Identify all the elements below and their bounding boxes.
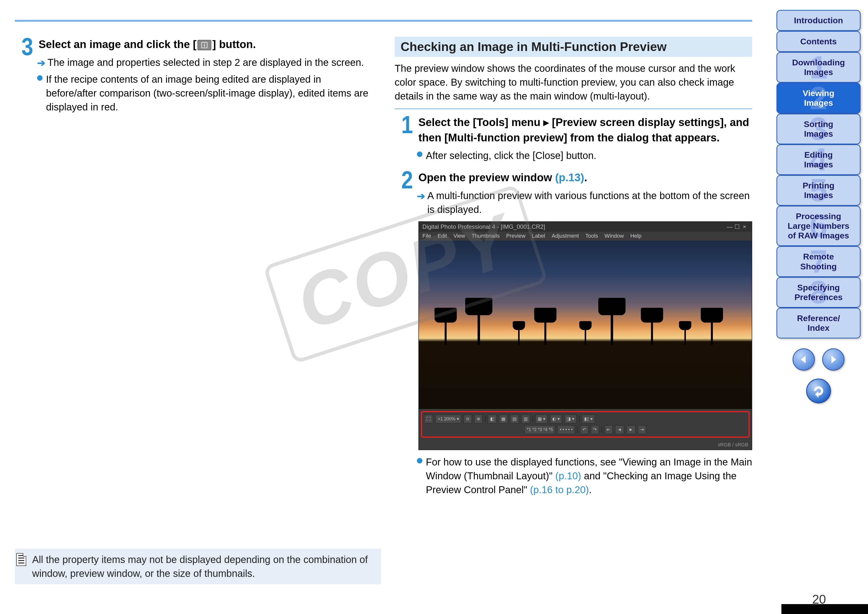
step-1-number: 1 [396,115,413,162]
layout-icon: ▦ [499,415,508,423]
step-1-title: Select the [Tools] menu ▸ [Preview scree… [418,115,752,145]
zoom-in-icon: ⊕ [474,415,482,423]
menu-item: View [453,232,465,240]
nav-label: Processing Large Numbers of RAW Images [780,211,857,240]
menu-item: Tools [586,232,598,240]
svg-rect-1 [204,44,205,44]
nav-processing-large-numbers-of-raw-images[interactable]: 6Processing Large Numbers of RAW Images [777,206,860,246]
black-strip [781,604,868,614]
layout-icon: ▥ [521,415,530,423]
nav-icon: ▮▯ ▾ [582,415,595,423]
nav-viewing-images[interactable]: 2Viewing Images [777,83,860,113]
nav-sorting-images[interactable]: 3Sorting Images [777,113,860,145]
page-link-16-20[interactable]: (p.16 to p.20) [530,484,589,495]
nav-label: Sorting Images [780,119,857,138]
menu-item: Label [532,232,546,240]
nav-label: Contents [780,37,857,46]
step-2-footer: For how to use the displayed functions, … [417,455,752,497]
next-page-button[interactable] [822,348,845,371]
rotate-right-icon: ↷ [591,425,599,434]
return-button[interactable] [806,379,831,403]
next-icon: ⇥ [638,425,646,434]
step-1-bullet-text: After selecting, click the [Close] butto… [426,149,596,162]
step-3-title-prefix: Select an image and click the [ [39,38,197,50]
nav-printing-images[interactable]: 5Printing Images [777,175,860,206]
app-statusbar: sRGB / sRGB [419,440,752,449]
step-2-result-text: A multi-function preview with various fu… [427,189,752,216]
step-2-number: 2 [396,170,413,497]
layout-icon: ▤ [510,415,519,423]
compare-icon: ◐ ▾ [550,415,562,423]
nav-label: Specifying Preferences [780,283,857,302]
preview-window-screenshot: Digital Photo Professional 4 - [IMG_0001… [418,221,752,450]
minimize-icon: — [726,222,733,231]
left-column: 3 Select an image and click the [] butto… [15,37,372,497]
nav-remote-shooting[interactable]: 7Remote Shooting [777,246,860,277]
top-rule [15,20,752,22]
step-2-footer-text: For how to use the displayed functions, … [426,455,752,497]
nav-label: Editing Images [780,150,857,169]
zoom-out-icon: ⊖ [464,415,472,423]
nav-reference-index[interactable]: Reference/ Index [777,308,860,339]
step-2-title-prefix: Open the preview window [418,171,555,183]
layout-icon: ◧ [488,415,497,423]
note-icon [16,553,26,566]
sidebar-nav: IntroductionContents1Downloading Images2… [777,10,860,403]
app-menubar: File Edit View Thumbnails Preview Label … [419,232,752,241]
info-icon [197,40,211,50]
menu-item: File [422,232,431,240]
prev-page-button[interactable] [792,348,815,371]
bullet-icon [417,152,422,157]
colorspace-status: sRGB / sRGB [718,441,748,448]
fit-icon: ⛶ [424,415,433,423]
menu-item: Adjustment [552,232,579,240]
nav-introduction[interactable]: Introduction [777,10,860,31]
footer-text-end: . [589,484,592,495]
histogram-icon: ◨ ▾ [564,415,577,423]
nav-contents[interactable]: Contents [777,31,860,52]
page-link-10[interactable]: (p.10) [555,470,581,481]
nav-label: Printing Images [780,181,857,200]
step-3-result: ➔ The image and properties selected in s… [37,56,372,70]
play-fwd-icon: ► [626,425,636,434]
step-3-title-suffix: ] button. [212,38,256,50]
step-2: 2 Open the preview window (p.13). ➔ A mu… [395,170,752,497]
step-3-note-text: If the recipe contents of an image being… [46,72,372,114]
page-link-13[interactable]: (p.13) [555,171,584,183]
window-buttons: —☐× [726,222,748,231]
svg-rect-2 [204,45,205,47]
menu-item: Edit [437,232,447,240]
step-3-number: 3 [16,37,33,114]
section-intro: The preview window shows the coordinates… [395,61,752,103]
nav-label: Viewing Images [780,89,857,108]
nav-label: Remote Shooting [780,252,857,271]
menu-item: Window [604,232,624,240]
app-title: Digital Photo Professional 4 - [IMG_0001… [422,222,545,231]
nav-downloading-images[interactable]: 1Downloading Images [777,52,860,83]
zoom-select: ×1 200% ▾ [436,415,461,423]
step-2-result: ➔ A multi-function preview with various … [417,189,752,216]
thin-rule [395,109,752,109]
nav-specifying-preferences[interactable]: 8Specifying Preferences [777,277,860,308]
app-canvas [419,241,752,409]
grid-icon: ▦ ▾ [535,415,547,423]
menu-item: Thumbnails [471,232,500,240]
rotate-left-icon: ↶ [580,425,588,434]
bullet-icon [417,458,422,463]
prev-icon: ⇤ [604,425,613,434]
arrow-icon: ➔ [37,56,45,70]
step-3-result-text: The image and properties selected in ste… [48,56,364,70]
multi-function-toolbar: ⛶ ×1 200% ▾ ⊖ ⊕ ◧ ▦ ▤ ▥ ▦ ▾ [421,411,750,438]
step-2-title: Open the preview window (p.13). [418,170,752,185]
arrow-icon: ➔ [417,189,425,216]
right-column: Checking an Image in Multi-Function Prev… [395,37,752,497]
step-1-bullet: After selecting, click the [Close] butto… [417,149,752,162]
nav-label: Introduction [780,16,857,25]
nav-editing-images[interactable]: 4Editing Images [777,145,860,175]
section-heading: Checking an Image in Multi-Function Prev… [395,37,752,57]
step-3-note: If the recipe contents of an image being… [37,72,372,114]
menu-item: Help [630,232,641,240]
maximize-icon: ☐ [733,222,741,231]
nav-label: Reference/ Index [780,314,857,333]
step-1: 1 Select the [Tools] menu ▸ [Preview scr… [395,115,752,162]
